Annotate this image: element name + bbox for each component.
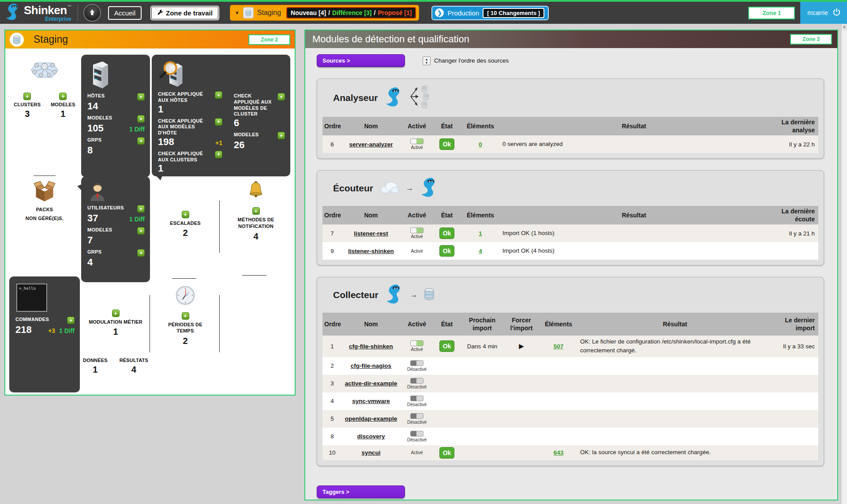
divider xyxy=(219,201,220,253)
database-icon xyxy=(243,7,254,19)
source-name-link[interactable]: sync-vmware xyxy=(352,398,390,404)
page-title: Staging xyxy=(34,34,248,45)
diff-badge: 1 Diff xyxy=(129,126,145,133)
section-title: Écouteur xyxy=(333,183,373,194)
add-clustermodel-check-button[interactable]: + xyxy=(277,93,285,101)
source-name-link[interactable]: openldap-example xyxy=(345,415,397,422)
staging-changes-summary: Nouveau [4] / Différence [3] / Proposé [… xyxy=(286,7,416,19)
add-host-button[interactable]: + xyxy=(137,93,145,101)
divider xyxy=(34,175,56,176)
enabled-toggle[interactable] xyxy=(410,431,424,437)
enabled-toggle[interactable] xyxy=(410,396,424,401)
clusters-block: + CLUSTERS 3 + MODELES 1 xyxy=(9,58,80,119)
production-changes-count: [ 10 Changements ] xyxy=(483,8,544,18)
workzone-button[interactable]: Zone de travail xyxy=(151,7,218,19)
add-notification-method-button[interactable]: + xyxy=(252,207,260,215)
add-host-group-button[interactable]: + xyxy=(137,137,145,145)
enabled-toggle[interactable] xyxy=(410,340,424,346)
home-button[interactable]: Accueil xyxy=(108,6,142,20)
cloud-icon xyxy=(379,181,400,196)
force-import-button[interactable]: ▶ xyxy=(519,342,524,350)
section-title: Collecteur xyxy=(333,290,379,300)
source-name-link[interactable]: syncui xyxy=(362,449,381,456)
elements-link[interactable]: 507 xyxy=(554,343,564,350)
last-run-text: Il y a 21 h xyxy=(767,228,818,239)
modules-panel: Modules de détection et qualification Zo… xyxy=(304,30,838,500)
add-modulation-button[interactable]: + xyxy=(112,310,120,317)
add-escalade-button[interactable]: + xyxy=(182,211,189,218)
add-user-group-button[interactable]: + xyxy=(137,249,145,257)
add-user-model-button[interactable]: + xyxy=(137,227,145,235)
last-run-text: Il y a 33 sec xyxy=(772,341,818,351)
add-user-button[interactable]: + xyxy=(137,205,145,213)
table-row: 5 openldap-example Désactivé xyxy=(322,410,818,428)
scrollbar-up-arrow[interactable]: ▲ xyxy=(842,24,847,30)
diff-badge: 1 Diff xyxy=(129,216,145,223)
topbar: Shinken™ Enterprise Accueil Zone de trav… xyxy=(0,2,847,24)
analyzer-section: Analyseur xyxy=(317,78,824,159)
zone1-badge: Zone 1 xyxy=(748,7,795,19)
table-row: 1 cfg-file-shinken Activé Ok Dans 4 min … xyxy=(322,336,818,357)
server-icon xyxy=(81,55,150,93)
add-host-model-button[interactable]: + xyxy=(137,115,145,123)
source-name-link[interactable]: listener-shinken xyxy=(348,248,394,254)
arrow-right-icon: → xyxy=(406,184,413,193)
enabled-toggle[interactable] xyxy=(410,138,424,144)
enabled-toggle[interactable] xyxy=(410,360,424,366)
result-text: Import OK (4 hosts) xyxy=(501,245,767,257)
elements-link[interactable]: 4 xyxy=(479,248,482,254)
shinken-ninja-icon xyxy=(4,3,21,23)
elements-link[interactable]: 1 xyxy=(479,230,482,237)
diff-badge: 1 Diff xyxy=(59,327,75,334)
staging-panel: Staging Zone 2 + CLUSTERS 3 + MODELES 1 xyxy=(4,30,296,396)
users-card: UTILISATEURS+ 371 Diff MODELES+ 7 GRPS+ … xyxy=(81,176,150,282)
added-badge: +3 xyxy=(48,327,55,334)
page-title: Modules de détection et qualification xyxy=(312,34,790,45)
power-icon[interactable] xyxy=(832,8,841,18)
add-cluster-button[interactable]: + xyxy=(23,93,31,100)
clock-icon xyxy=(176,286,195,307)
add-command-button[interactable]: + xyxy=(67,317,75,324)
shinken-logo[interactable]: Shinken™ Enterprise xyxy=(0,2,78,24)
add-check-model-button[interactable]: + xyxy=(277,132,285,139)
enabled-toggle[interactable] xyxy=(410,413,424,419)
add-time-period-button[interactable]: + xyxy=(182,312,189,320)
topbar-divider xyxy=(78,4,78,21)
taggers-button[interactable]: Taggers > xyxy=(317,485,405,498)
reorder-sources-control[interactable]: ▲▼ Changer l'ordre des sources xyxy=(423,56,509,65)
scroll-top-button[interactable] xyxy=(83,4,101,22)
user-menu[interactable]: mcarrie xyxy=(800,2,847,24)
staging-dropdown[interactable]: ▼ Staging Nouveau [4] / Différence [3] /… xyxy=(230,5,420,21)
elements-link[interactable]: 643 xyxy=(554,449,564,456)
staging-dropdown-label: Staging xyxy=(257,9,281,17)
table-row: 6 server-analyzer Activé Ok 0 0 servers … xyxy=(322,135,818,153)
source-name-link[interactable]: active-dir-example xyxy=(345,380,397,387)
elements-link[interactable]: 0 xyxy=(479,141,482,148)
ninja-icon xyxy=(420,177,439,200)
source-name-link[interactable]: listener-rest xyxy=(354,230,388,237)
status-ok-badge: Ok xyxy=(439,228,455,239)
sort-arrows-icon[interactable]: ▲▼ xyxy=(423,56,431,65)
results-stat: RÉSULTATS 4 xyxy=(120,357,148,375)
source-name-link[interactable]: server-analyzer xyxy=(349,141,393,148)
table-row: 10 syncui Activé Ok 643 OK: la source sy… xyxy=(322,445,818,460)
add-cluster-check-button[interactable]: + xyxy=(215,151,222,158)
add-host-check-button[interactable]: + xyxy=(215,91,222,99)
production-button[interactable]: ❯ Production [ 10 Changements ] xyxy=(431,6,549,20)
last-run-text xyxy=(772,451,818,455)
arrow-right-icon: → xyxy=(410,291,418,299)
source-name-link[interactable]: cfg-file-shinken xyxy=(349,343,393,350)
source-name-link[interactable]: cfg-file-nagios xyxy=(351,362,391,369)
checks-card: CHECK APPLIQUÉ AUX HÔTES+ 1 CHECK APPLIQ… xyxy=(152,55,290,176)
page-scrollbar[interactable]: ▲ xyxy=(841,24,847,504)
status-ok-badge: Ok xyxy=(439,138,455,150)
enabled-toggle[interactable] xyxy=(410,378,424,384)
add-cluster-model-button[interactable]: + xyxy=(59,93,67,100)
next-import-text: Dans 4 min xyxy=(460,341,504,351)
section-title: Analyseur xyxy=(333,93,378,103)
add-hostmodel-check-button[interactable]: + xyxy=(215,118,222,126)
sources-button[interactable]: Sources > xyxy=(317,54,405,67)
source-name-link[interactable]: discovery xyxy=(357,433,385,440)
enabled-toggle[interactable] xyxy=(410,228,424,233)
brand-name: Shinken xyxy=(24,4,67,17)
